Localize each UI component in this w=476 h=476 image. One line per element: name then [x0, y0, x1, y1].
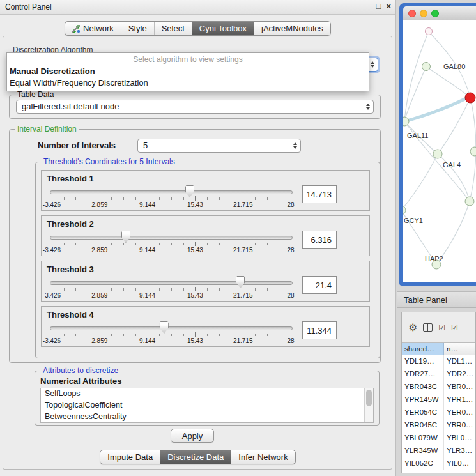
tick-major-mark [148, 196, 148, 201]
select-rows-icon[interactable]: ☑ [438, 323, 445, 332]
tick-major-mark [243, 287, 243, 291]
scrollbar-thumb[interactable] [366, 390, 372, 406]
tick-label: 2.859 [91, 201, 107, 208]
table-cell-shared-name: YBL079W [402, 432, 444, 445]
table-cell-name: YBR0… [444, 381, 475, 394]
slider-handle[interactable] [185, 185, 194, 197]
zoom-traffic-light-icon[interactable] [431, 10, 439, 17]
tick-major-mark [195, 287, 196, 291]
threshold-label: Threshold 4 [47, 310, 94, 319]
table-cell-name: YBR0… [444, 419, 475, 432]
node-label: GAL4 [443, 161, 461, 169]
threshold-panel: Threshold 2 -3.4262.8599.14415.4321.7152… [41, 215, 370, 256]
tick-major-mark [148, 287, 148, 291]
threshold-body: -3.4262.8599.14415.4321.71528 11.344 [45, 321, 367, 345]
close-window-icon[interactable]: × [386, 1, 391, 11]
tick-major-mark [52, 332, 52, 337]
slider-track[interactable] [50, 326, 293, 330]
slider-handle[interactable] [121, 231, 130, 243]
apply-button[interactable]: Apply [171, 429, 214, 443]
column-header-name[interactable]: n… [444, 343, 475, 355]
tab-cyni-toolbox[interactable]: Cyni Toolbox [192, 22, 254, 35]
minimize-traffic-light-icon[interactable] [420, 10, 427, 17]
table-row[interactable]: YPR145WYPR1… [402, 394, 475, 406]
slider-track[interactable] [50, 281, 293, 285]
table-data-select[interactable]: galFiltered.sif default node [16, 100, 374, 114]
network-graph[interactable]: GAL80 GAL11 GAL4 GCY1 HAP2 [403, 20, 476, 282]
tab-style[interactable]: Style [121, 22, 154, 35]
tick-major-mark [52, 196, 52, 201]
tab-discretize-data[interactable]: Discretize Data [160, 450, 231, 464]
tick-major-mark [195, 242, 196, 246]
select-columns-icon[interactable]: ☑ [451, 323, 458, 332]
tab-label: Infer Network [238, 452, 288, 462]
table-cell-shared-name: YER054C [402, 406, 444, 419]
slider-track[interactable] [50, 236, 293, 240]
attributes-scrollbar[interactable] [364, 388, 373, 422]
tick-label: 2.859 [91, 292, 107, 299]
network-window-titlebar[interactable] [403, 6, 476, 21]
network-node [403, 206, 406, 215]
slider-handle[interactable] [236, 276, 245, 288]
table-row[interactable]: YDL19…YDL1… [402, 355, 475, 368]
slider-track[interactable] [50, 190, 293, 194]
threshold-slider[interactable]: -3.4262.8599.14415.4321.71528 [47, 275, 296, 300]
tab-jactivemnodules[interactable]: jActiveMNodules [254, 22, 330, 35]
table-row[interactable]: YIL052CYIL0… [402, 457, 475, 470]
table-row[interactable]: YBR045CYBR0… [402, 419, 475, 432]
network-node [426, 28, 433, 35]
attributes-group: Attributes to discretize Numerical Attri… [35, 371, 380, 426]
tab-impute-data[interactable]: Impute Data [100, 450, 160, 464]
tab-infer-network[interactable]: Infer Network [231, 450, 295, 464]
dropdown-option[interactable]: Equal Width/Frequency Discretization [7, 77, 369, 89]
tick-label: -3.426 [43, 337, 61, 344]
columns-icon[interactable] [423, 323, 433, 332]
table-cell-shared-name: YBR043C [402, 381, 444, 394]
tick-label: 21.715 [233, 247, 253, 254]
tab-label: Impute Data [107, 452, 153, 462]
threshold-slider[interactable]: -3.4262.8599.14415.4321.71528 [47, 321, 296, 345]
highlighted-edge[interactable] [404, 96, 471, 121]
tick-major-mark [243, 196, 243, 201]
number-of-intervals-select[interactable]: 5 [137, 139, 301, 153]
slider-ticks [52, 288, 291, 291]
tab-select[interactable]: Select [154, 22, 192, 35]
attribute-list-item[interactable]: TopologicalCoefficient [41, 400, 373, 411]
slider-tick-labels: -3.4262.8599.14415.4321.71528 [52, 337, 291, 345]
tick-label: 28 [287, 247, 294, 254]
gear-icon[interactable]: ⚙ [408, 323, 417, 333]
slider-handle[interactable] [160, 321, 169, 334]
table-row[interactable]: YDR27…YDR2… [402, 368, 475, 381]
network-canvas[interactable]: GAL80 GAL11 GAL4 GCY1 HAP2 [403, 20, 476, 282]
network-node [422, 63, 431, 71]
node-label: HAP2 [425, 255, 443, 263]
threshold-body: -3.4262.8599.14415.4321.71528 14.713 [45, 185, 367, 209]
combo-stepper-icon [293, 142, 297, 149]
network-labels: GAL80 GAL11 GAL4 GCY1 HAP2 [404, 63, 465, 263]
network-view-window[interactable]: GAL80 GAL11 GAL4 GCY1 HAP2 [399, 3, 476, 286]
table-row[interactable]: YLR345WYLR3… [402, 445, 475, 457]
table-cell-shared-name: YBR045C [402, 419, 444, 432]
dropdown-placeholder-text: Select algorithm to view settings [7, 54, 369, 66]
close-traffic-light-icon[interactable] [408, 10, 416, 17]
thresholds-group: Threshold's Coordinates for 5 Intervals … [35, 162, 380, 358]
attribute-list-item[interactable]: BetweennessCentrality [41, 411, 373, 423]
slider-area: -3.4262.8599.14415.4321.71528 [52, 275, 291, 300]
table-row[interactable]: YBR043CYBR0… [402, 381, 475, 394]
threshold-slider[interactable]: -3.4262.8599.14415.4321.71528 [47, 185, 296, 209]
dropdown-option[interactable]: Manual Discretization [7, 66, 369, 77]
column-header-shared-name[interactable]: shared… [402, 343, 444, 355]
threshold-value-field[interactable]: 11.344 [302, 321, 337, 339]
table-row[interactable]: YER054CYER0… [402, 406, 475, 419]
tick-label: 9.144 [139, 337, 155, 344]
threshold-value-field[interactable]: 21.4 [302, 276, 337, 294]
threshold-value-field[interactable]: 14.713 [302, 185, 337, 203]
threshold-value-field[interactable]: 6.316 [302, 231, 337, 249]
node-label: GAL80 [443, 63, 465, 70]
slider-tick-labels: -3.4262.8599.14415.4321.71528 [52, 247, 291, 254]
table-row[interactable]: YBL079WYBL0… [402, 432, 475, 445]
tab-network[interactable]: Network [65, 22, 121, 35]
attribute-list-item[interactable]: SelfLoops [41, 388, 373, 400]
float-window-icon[interactable]: □ [376, 1, 381, 11]
threshold-slider[interactable]: -3.4262.8599.14415.4321.71528 [47, 230, 296, 254]
